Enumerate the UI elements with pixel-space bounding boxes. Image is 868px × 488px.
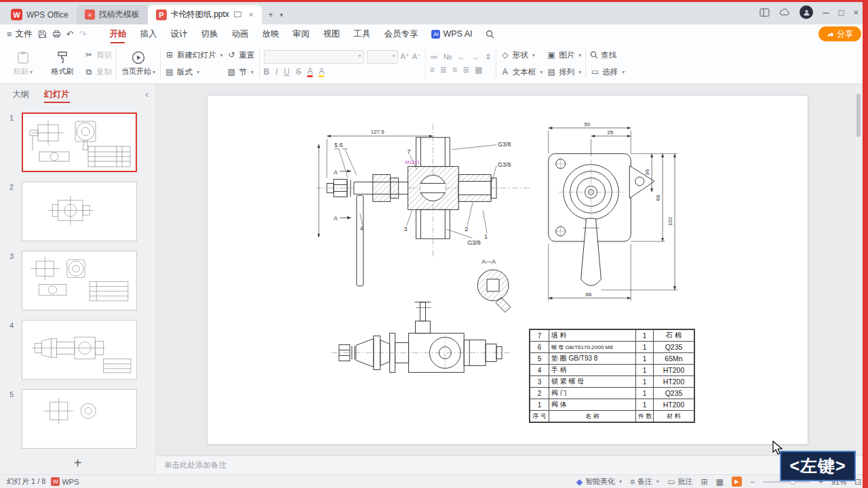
new-tab-icon[interactable]: + <box>269 10 273 20</box>
slide-thumb-5[interactable]: 5 <box>0 386 155 451</box>
file-menu[interactable]: ≡ 文件 <box>7 28 33 40</box>
decrease-font-button[interactable]: A⁻ <box>412 52 421 61</box>
tab-animation[interactable]: 动画 <box>231 24 248 43</box>
paste-button[interactable]: 粘贴▾ <box>5 45 41 82</box>
select-button[interactable]: ▭选择▾ <box>590 65 625 79</box>
underline-button[interactable]: U <box>284 67 290 77</box>
tab-tools[interactable]: 工具 <box>353 24 370 43</box>
indent-increase-button[interactable]: → <box>471 52 479 62</box>
wps-ai-button[interactable]: AIWPS AI <box>431 29 472 39</box>
font-family-select[interactable] <box>264 50 364 64</box>
search-icon[interactable] <box>486 30 494 39</box>
slide-thumb-4[interactable]: 4 <box>0 317 155 386</box>
slide-thumb-3[interactable]: 3 <box>0 248 155 317</box>
comments-button[interactable]: ▭批注 <box>667 476 692 487</box>
section-button[interactable]: ▧节▾ <box>227 65 255 79</box>
close-doc-icon[interactable]: × <box>249 10 254 20</box>
close-window-icon[interactable]: × <box>853 7 859 18</box>
align-right-button[interactable]: ≡ <box>452 65 457 75</box>
minimize-icon[interactable]: ─ <box>823 7 829 18</box>
align-center-button[interactable]: ≣ <box>440 65 447 75</box>
scrollbar-thumb[interactable] <box>856 94 861 137</box>
tab-home[interactable]: 开始 <box>109 24 126 43</box>
notes-bar[interactable]: 单击此处添加备注 <box>156 455 868 474</box>
notes-placeholder: 单击此处添加备注 <box>164 460 226 470</box>
slides-sidebar: 大纲 幻灯片 ‹ 1 <box>0 84 156 474</box>
comment-bubble-icon[interactable] <box>233 11 242 19</box>
linespacing-button[interactable]: ⇕ <box>485 52 492 62</box>
zoom-out-button[interactable]: − <box>750 477 755 487</box>
select-icon: ▭ <box>590 67 599 77</box>
new-slide-button[interactable]: ⊞新建幻灯片▾ <box>165 48 223 62</box>
format-painter-button[interactable]: 格式刷 <box>45 45 80 82</box>
collapse-panel-icon[interactable]: ‹ <box>145 89 149 100</box>
indent-decrease-button[interactable]: ← <box>458 52 466 62</box>
thumbnail[interactable] <box>22 320 137 380</box>
textbox-button[interactable]: A文本框▾ <box>500 65 543 79</box>
slide-canvas[interactable]: 127.5 5 6 7 M12×1 G3/8 G3/8 G3/8 A A 4 3… <box>207 95 808 445</box>
doc-tab-template[interactable]: ≡ 找稿壳模板 <box>77 5 148 24</box>
canvas-scrollbar[interactable] <box>856 87 861 453</box>
italic-button[interactable]: I <box>275 67 277 77</box>
layout-button[interactable]: ▤版式▾ <box>165 65 223 79</box>
slide-sorter-button[interactable]: ▦ <box>716 477 724 487</box>
tab-insert[interactable]: 插入 <box>140 24 157 43</box>
maximize-icon[interactable]: □ <box>839 7 844 18</box>
columns-button[interactable]: ▦ <box>475 65 482 75</box>
thumbnail[interactable] <box>22 389 137 449</box>
highlight-button[interactable]: A <box>319 67 324 77</box>
tab-slideshow[interactable]: 放映 <box>262 24 279 43</box>
normal-view-button[interactable]: ⊞ <box>701 477 707 487</box>
redo-icon[interactable]: ↷ <box>79 30 87 39</box>
share-button[interactable]: 分享 <box>818 26 861 41</box>
undo-icon[interactable]: ↶ <box>66 30 74 39</box>
thumbnail-selected[interactable] <box>22 113 137 172</box>
copy-button[interactable]: ⧉复制 <box>84 65 112 79</box>
align-left-button[interactable]: ≡ <box>430 65 435 75</box>
arrange-button[interactable]: ▤排列▾ <box>547 65 581 79</box>
bullets-button[interactable]: ≔ <box>430 52 438 62</box>
beautify-button[interactable]: ◆智能美化▾ <box>576 476 622 487</box>
print-icon[interactable] <box>52 30 61 38</box>
save-icon[interactable] <box>38 30 47 39</box>
play-from-current-button[interactable]: 当页开始▾ <box>121 45 156 82</box>
slide-thumb-1[interactable]: 1 <box>0 110 155 179</box>
layout-panes-icon[interactable] <box>760 8 770 17</box>
bold-button[interactable]: B <box>264 67 270 77</box>
tab-member[interactable]: 会员专享 <box>384 24 418 43</box>
increase-font-button[interactable]: A⁺ <box>401 52 410 61</box>
bom-table: 7填 料1石 棉 6螺 母 GB/T6170-2000 M81Q235 5垫 圈… <box>530 329 694 422</box>
doc-tab-active[interactable]: P 卡伦特图纸.pptx × <box>148 5 262 24</box>
reset-button[interactable]: ↺重置 <box>227 48 255 62</box>
font-color-button[interactable]: A <box>307 67 313 77</box>
strikethrough-button[interactable]: S <box>296 67 301 77</box>
tab-outline[interactable]: 大纲 <box>12 84 29 104</box>
tab-list-icon[interactable]: ▾ <box>280 12 283 18</box>
dim-66: 66 <box>586 291 592 298</box>
font-size-select[interactable] <box>367 50 398 64</box>
cut-button[interactable]: ✂剪切 <box>84 48 112 62</box>
cloud-sync-icon[interactable] <box>779 8 790 16</box>
shapes-button[interactable]: ◇形状▾ <box>500 48 543 62</box>
home-tab[interactable]: W WPS Office <box>4 5 75 24</box>
thumbnail[interactable] <box>22 182 137 241</box>
tab-design[interactable]: 设计 <box>170 24 187 43</box>
numbering-button[interactable]: № <box>443 52 452 62</box>
tab-transition[interactable]: 切换 <box>201 24 218 43</box>
notes-button[interactable]: ≡备注▾ <box>630 476 659 487</box>
slideshow-button[interactable]: ▶ <box>732 476 742 487</box>
slide-thumb-2[interactable]: 2 <box>0 179 155 248</box>
tab-slides[interactable]: 幻灯片 <box>44 84 70 104</box>
align-justify-button[interactable]: ≣ <box>462 65 469 75</box>
tab-review[interactable]: 审阅 <box>292 24 309 43</box>
find-button[interactable]: 查找 <box>590 48 625 62</box>
picture-button[interactable]: ▣图片▾ <box>547 48 581 62</box>
tab-view[interactable]: 视图 <box>323 24 340 43</box>
bom-row: 7填 料1石 棉 <box>530 330 694 342</box>
part-1: 1 <box>484 233 488 240</box>
add-slide-button[interactable]: + <box>0 451 155 474</box>
thumbnail[interactable] <box>22 251 137 310</box>
editor-canvas[interactable]: 127.5 5 6 7 M12×1 G3/8 G3/8 G3/8 A A 4 3… <box>156 84 868 455</box>
bom-row: 1阀 体1HT200 <box>530 399 694 411</box>
avatar[interactable] <box>800 5 813 19</box>
